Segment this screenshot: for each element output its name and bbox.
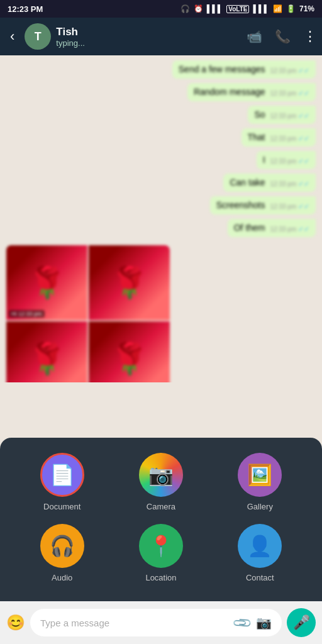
message-input-area[interactable]: Type a message 📎 📷	[30, 609, 282, 636]
back-button[interactable]: ‹	[5, 26, 19, 47]
time-display: 12:23 PM	[8, 4, 43, 14]
message-bubble-sent: I 12:33 pm ✓✓	[257, 151, 316, 169]
camera-label: Camera	[147, 502, 175, 511]
gallery-icon-wrap: 🖼️	[238, 453, 282, 497]
chat-header: ‹ T Tish typing... 📹 📞 ⋮	[0, 18, 322, 55]
alarm-icon: ⏰	[194, 4, 203, 13]
audio-icon-wrap: 🎧	[40, 524, 84, 568]
message-bubble-sent: Random message 12:33 pm ✓✓	[187, 83, 316, 101]
attach-gallery-item[interactable]: 🖼️ Gallery	[211, 453, 309, 511]
attachment-panel: 📄 Document 📷 Camera 🖼️ Gallery 🎧 Audio	[0, 438, 322, 601]
video-call-button[interactable]: 📹	[247, 29, 262, 44]
audio-label: Audio	[52, 573, 72, 582]
camera-icon-wrap: 📷	[139, 453, 183, 497]
attach-contact-item[interactable]: 👤 Contact	[211, 524, 309, 582]
location-label: Location	[145, 573, 176, 582]
status-icons: 🎧 ⏰ ▌▌▌ VoLTE ▌▌▌ 📶 🔋 71%	[180, 4, 314, 13]
message-bubble-sent: Of them 12:33 pm ✓✓	[228, 219, 316, 237]
mic-icon: 🎤	[293, 614, 310, 631]
chat-area: Send a few messages 12:33 pm ✓✓ Random m…	[0, 55, 322, 382]
contact-icon: 👤	[247, 534, 272, 558]
gallery-label: Gallery	[247, 502, 273, 511]
image-cell[interactable]	[6, 321, 87, 382]
attachment-icon[interactable]: 📎	[231, 612, 253, 634]
emoji-button[interactable]: 😊	[6, 614, 25, 631]
location-icon-wrap: 📍	[139, 524, 183, 568]
table-row: Screenshots 12:33 pm ✓✓	[6, 196, 316, 214]
camera-icon: 📷	[148, 463, 174, 487]
message-bubble-sent: So 12:33 pm ✓✓	[248, 106, 316, 124]
location-icon: 📍	[148, 534, 174, 558]
gallery-icon: 🖼️	[247, 463, 272, 487]
attach-camera-item[interactable]: 📷 Camera	[111, 453, 210, 511]
attach-document-item[interactable]: 📄 Document	[13, 453, 111, 511]
mic-button[interactable]: 🎤	[287, 608, 316, 637]
header-actions: 📹 📞 ⋮	[247, 28, 317, 45]
camera-input-icon[interactable]: 📷	[256, 615, 272, 630]
input-icons: 📎 📷	[234, 615, 272, 630]
contact-info[interactable]: Tish typing...	[56, 26, 242, 48]
wifi-icon: 📶	[273, 4, 282, 13]
status-bar: 12:23 PM 🎧 ⏰ ▌▌▌ VoLTE ▌▌▌ 📶 🔋 71%	[0, 0, 322, 18]
message-bubble-sent: Can take 12:33 pm ✓✓	[223, 174, 316, 192]
contact-icon-wrap: 👤	[238, 524, 282, 568]
battery-icon: 🔋	[286, 4, 296, 13]
message-bubble-sent: Send a few messages 12:33 pm ✓✓	[172, 60, 316, 79]
document-icon: 📄	[50, 463, 75, 487]
message-placeholder: Type a message	[40, 618, 229, 628]
attach-audio-item[interactable]: 🎧 Audio	[13, 524, 111, 582]
attach-location-item[interactable]: 📍 Location	[111, 524, 210, 582]
document-icon-wrap: 📄	[40, 453, 84, 497]
messages-list: Send a few messages 12:33 pm ✓✓ Random m…	[6, 60, 316, 382]
attachment-grid: 📄 Document 📷 Camera 🖼️ Gallery 🎧 Audio	[13, 453, 309, 582]
table-row: Can take 12:33 pm ✓✓	[6, 174, 316, 192]
avatar[interactable]: T	[25, 23, 51, 50]
table-row: Random message 12:33 pm ✓✓	[6, 83, 316, 101]
table-row: That 12:33 pm ✓✓	[6, 128, 316, 147]
contact-name: Tish	[56, 26, 242, 38]
more-options-button[interactable]: ⋮	[303, 28, 317, 45]
image-cell[interactable]	[89, 321, 170, 382]
battery-percent: 71%	[299, 4, 314, 13]
status-time: 12:23 PM	[8, 4, 43, 14]
phone-call-button[interactable]: 📞	[275, 29, 291, 44]
image-cell[interactable]	[89, 245, 170, 320]
table-row: Send a few messages 12:33 pm ✓✓	[6, 60, 316, 79]
headphone-icon: 🎧	[180, 4, 190, 13]
image-message-row: Hi 12:33 pm	[6, 242, 316, 382]
table-row: Of them 12:33 pm ✓✓	[6, 219, 316, 237]
signal-icon: ▌▌▌	[207, 4, 223, 13]
message-bubble-sent: Screenshots 12:33 pm ✓✓	[210, 196, 316, 214]
signal2-icon: ▌▌▌	[253, 4, 269, 13]
contact-label: Contact	[246, 573, 274, 582]
table-row: So 12:33 pm ✓✓	[6, 106, 316, 124]
document-label: Document	[43, 502, 80, 511]
audio-icon: 🎧	[50, 534, 75, 558]
image-grid[interactable]: Hi 12:33 pm	[6, 245, 170, 382]
contact-status: typing...	[56, 38, 242, 48]
volte-icon: VoLTE	[226, 5, 249, 13]
image-cell[interactable]: Hi 12:33 pm	[6, 245, 87, 320]
table-row: I 12:33 pm ✓✓	[6, 151, 316, 169]
message-bubble-sent: That 12:33 pm ✓✓	[242, 128, 316, 147]
bottom-input-bar: 😊 Type a message 📎 📷 🎤	[0, 601, 322, 644]
